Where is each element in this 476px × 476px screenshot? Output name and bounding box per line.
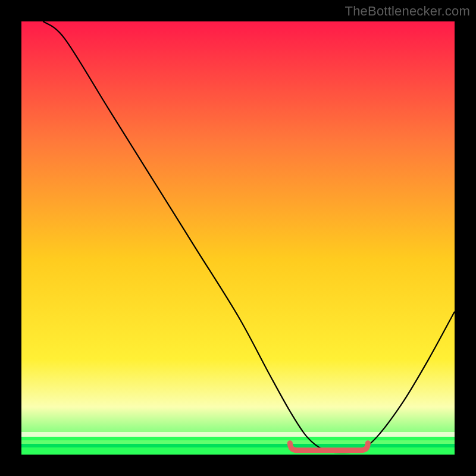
optimal-region-marker	[290, 443, 368, 450]
chart-frame: TheBottlenecker.com	[0, 0, 476, 476]
bottleneck-curve	[43, 21, 455, 452]
curve-layer	[21, 21, 455, 455]
plot-area	[21, 21, 455, 455]
watermark-text: TheBottlenecker.com	[345, 4, 470, 19]
